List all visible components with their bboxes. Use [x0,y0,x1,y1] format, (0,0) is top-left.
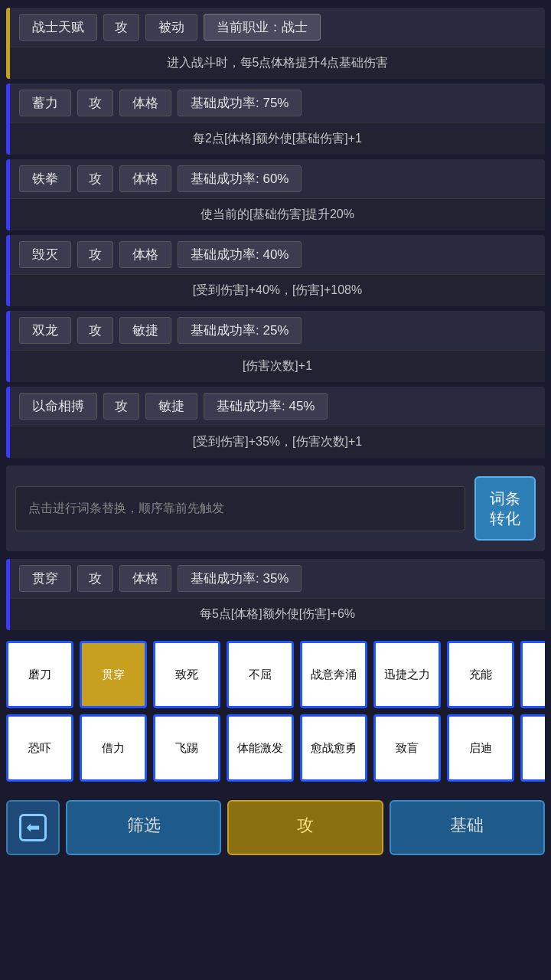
back-button[interactable]: ⬅ [6,800,60,855]
skill-header-3: 双龙 攻 敏捷 基础成功率: 25% [10,311,545,350]
replace-area: 点击进行词条替换，顺序靠前先触发 词条转化 [6,466,545,551]
skill-type-4: 攻 [103,393,139,420]
skill-name-2: 毁灭 [19,241,71,268]
skill-block-3: 双龙 攻 敏捷 基础成功率: 25% [伤害次数]+1 [6,311,545,382]
skill-name-3: 双龙 [19,317,71,344]
skill-type-1: 攻 [77,165,113,192]
skill-header-0: 蓄力 攻 体格 基础成功率: 75% [10,83,545,122]
grid-item-grid-row2-0[interactable]: 恐吓 [6,714,73,782]
skill-desc-3: [伤害次数]+1 [10,350,545,382]
grid-item-grid-row1-4[interactable]: 战意奔涌 [300,641,367,708]
skill-desc-4: [受到伤害]+35%，[伤害次数]+1 [10,426,545,458]
grid-item-grid-row1-0[interactable]: 磨刀 [6,641,73,708]
skill-rate-1: 基础成功率: 60% [178,165,302,192]
skill-attr-1: 体格 [119,165,171,192]
grid-item-grid-row2-2[interactable]: 飞踢 [153,714,220,782]
skill-desc-2: [受到伤害]+40%，[伤害]+108% [10,274,545,306]
skill-block-4: 以命相搏 攻 敏捷 基础成功率: 45% [受到伤害]+35%，[伤害次数]+1 [6,387,545,458]
basic-button[interactable]: 基础 [390,800,545,855]
skill-header-1: 铁拳 攻 体格 基础成功率: 60% [10,159,545,198]
skill-rate-0: 基础成功率: 75% [178,90,302,116]
top-section: 战士天赋 攻 被动 当前职业：战士 进入战斗时，每5点体格提升4点基础伤害 蓄力… [0,0,551,861]
grid-item-grid-row2-4[interactable]: 愈战愈勇 [300,714,367,782]
back-icon: ⬅ [19,814,47,841]
grid-item-grid-row1-1[interactable]: 贯穿 [80,641,147,708]
warrior-talent-type: 攻 [103,14,139,41]
grid-item-grid-row1-2[interactable]: 致死 [153,641,220,708]
warrior-talent-desc: 进入战斗时，每5点体格提升4点基础伤害 [10,47,545,79]
skill-type-2: 攻 [77,241,113,268]
skill-attr-0: 体格 [119,90,171,116]
replace-hint: 点击进行词条替换，顺序靠前先触发 [15,486,465,531]
warrior-current-job: 当前职业：战士 [204,14,321,41]
warrior-talent-block: 战士天赋 攻 被动 当前职业：战士 进入战斗时，每5点体格提升4点基础伤害 [6,8,545,79]
warrior-talent-header: 战士天赋 攻 被动 当前职业：战士 [10,8,545,47]
selected-skill-attr: 体格 [119,565,171,592]
selected-skill-name: 贯穿 [19,565,71,592]
skill-block-2: 毁灭 攻 体格 基础成功率: 40% [受到伤害]+40%，[伤害]+108% [6,235,545,306]
convert-button[interactable]: 词条转化 [474,476,536,541]
selected-skill-header: 贯穿 攻 体格 基础成功率: 35% [10,559,545,598]
skill-rate-3: 基础成功率: 25% [178,317,302,344]
selected-skill-rate: 基础成功率: 35% [178,565,302,592]
skill-type-3: 攻 [77,317,113,344]
skill-header-2: 毁灭 攻 体格 基础成功率: 40% [10,235,545,274]
attack-button[interactable]: 攻 [227,800,383,855]
skill-header-4: 以命相搏 攻 敏捷 基础成功率: 45% [10,387,545,426]
grid-item-grid-row2-7[interactable]: 力 [520,714,545,782]
skill-attr-3: 敏捷 [119,317,171,344]
skill-grid-section: 磨刀贯穿致死不屈战意奔涌迅捷之力充能迅 恐吓借力飞踢体能激发愈战愈勇致盲启迪力 [0,635,551,794]
skill-name-1: 铁拳 [19,165,71,192]
skill-desc-0: 每2点[体格]额外使[基础伤害]+1 [10,122,545,155]
skill-attr-2: 体格 [119,241,171,268]
warrior-talent-name: 战士天赋 [19,14,97,41]
grid-item-grid-row1-5[interactable]: 迅捷之力 [373,641,441,708]
skill-block-1: 铁拳 攻 体格 基础成功率: 60% 使当前的[基础伤害]提升20% [6,159,545,230]
warrior-talent-passive: 被动 [145,14,197,41]
skill-name-0: 蓄力 [19,90,71,116]
grid-item-grid-row2-1[interactable]: 借力 [80,714,147,782]
grid-item-grid-row1-3[interactable]: 不屈 [227,641,294,708]
grid-item-grid-row2-6[interactable]: 启迪 [447,714,514,782]
grid-item-grid-row1-7[interactable]: 迅 [520,641,545,708]
filter-button[interactable]: 筛选 [66,800,221,855]
skill-attr-4: 敏捷 [145,393,197,420]
skill-blocks-container: 蓄力 攻 体格 基础成功率: 75% 每2点[体格]额外使[基础伤害]+1 铁拳… [0,83,551,458]
grid-item-grid-row2-5[interactable]: 致盲 [373,714,441,782]
skill-rate-2: 基础成功率: 40% [178,241,302,268]
bottom-bar: ⬅ 筛选 攻 基础 [0,794,551,861]
skill-grid-row1: 磨刀贯穿致死不屈战意奔涌迅捷之力充能迅 [6,641,545,708]
skill-name-4: 以命相搏 [19,393,97,420]
skill-type-0: 攻 [77,90,113,116]
skill-grid-row2: 恐吓借力飞踢体能激发愈战愈勇致盲启迪力 [6,714,545,782]
skill-block-0: 蓄力 攻 体格 基础成功率: 75% 每2点[体格]额外使[基础伤害]+1 [6,83,545,155]
selected-skill-type: 攻 [77,565,113,592]
grid-item-grid-row1-6[interactable]: 充能 [447,641,514,708]
skill-desc-1: 使当前的[基础伤害]提升20% [10,198,545,230]
grid-item-grid-row2-3[interactable]: 体能激发 [227,714,294,782]
selected-skill-block: 贯穿 攻 体格 基础成功率: 35% 每5点[体格]额外使[伤害]+6% [6,559,545,630]
selected-skill-desc: 每5点[体格]额外使[伤害]+6% [10,598,545,630]
skill-rate-4: 基础成功率: 45% [204,393,328,420]
